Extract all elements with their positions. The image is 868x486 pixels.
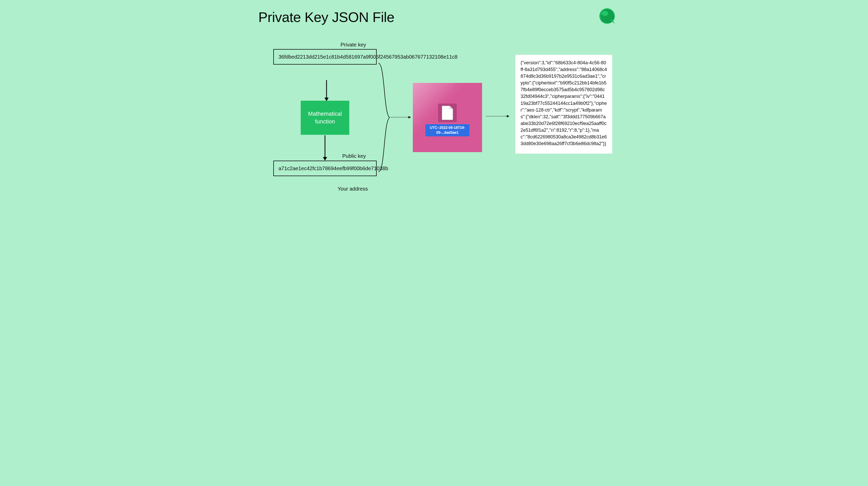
private-key-box: 36fdbed2213dd215e1c81b4d581697a9f006f245…	[273, 49, 377, 65]
svg-marker-6	[323, 157, 327, 161]
math-function-box: Mathematical function	[301, 101, 349, 135]
public-key-box: a71c2ae1ec42fc1b78694eefb99f00b6de71038b	[273, 161, 377, 176]
brand-logo	[599, 8, 615, 24]
dotted-arrow-icon	[391, 117, 408, 118]
arrow-down-icon	[324, 80, 329, 102]
desktop-preview: UTC--2022-09-18T19-05-...6ad3ae1	[413, 83, 482, 152]
brace-icon	[377, 62, 390, 173]
file-icon	[441, 105, 454, 120]
file-icon-selection	[438, 103, 457, 122]
your-address-label: Your address	[338, 186, 368, 192]
private-key-label: Private key	[340, 42, 366, 48]
dotted-arrow-icon	[486, 116, 507, 117]
public-key-label: Public key	[342, 153, 366, 159]
arrow-down-icon	[323, 135, 327, 161]
svg-point-2	[602, 11, 608, 16]
json-content-box: {"version":3,"id":"68b633c4-804a-4c56-80…	[516, 55, 612, 154]
page-title: Private Key JSON File	[258, 9, 395, 25]
slide: Private Key JSON File Private key 36fdbe…	[240, 0, 628, 217]
file-name: UTC--2022-09-18T19-05-...6ad3ae1	[426, 124, 469, 136]
